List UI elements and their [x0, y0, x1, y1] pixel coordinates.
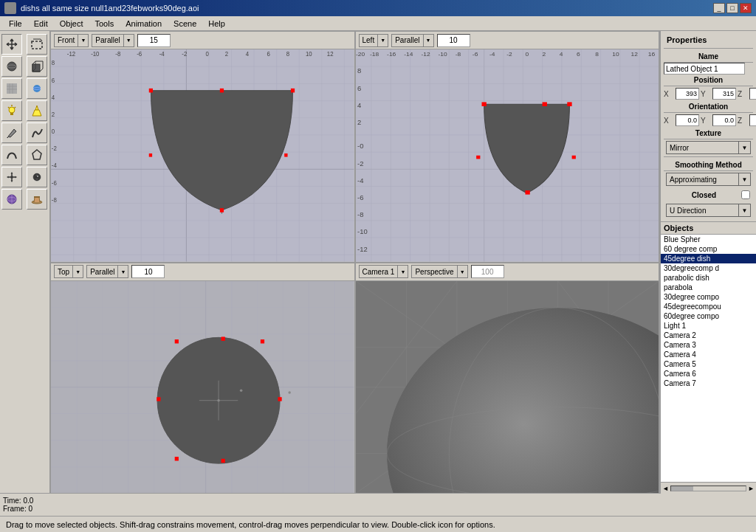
svg-rect-82 — [220, 89, 224, 93]
scroll-right-btn[interactable]: ► — [748, 485, 755, 492]
tool-sphere[interactable] — [1, 56, 22, 77]
scale-camera-input[interactable] — [471, 265, 504, 278]
ori-z-label: Z — [738, 117, 748, 125]
svg-rect-178 — [221, 458, 225, 462]
proj-camera-select[interactable]: Perspective ▼ — [411, 265, 467, 278]
viewport-front-canvas[interactable]: 8 6 4 2 0 -2 -4 -6 -8 -12 -10 -8 — [51, 49, 354, 262]
object-item-4[interactable]: parabolic dish — [661, 273, 756, 283]
object-item-8[interactable]: 60degree compo — [661, 311, 756, 321]
tool-move[interactable] — [1, 34, 22, 55]
scrollbar-thumb[interactable] — [671, 486, 693, 491]
ori-z-input[interactable] — [749, 114, 756, 126]
tool-move-point[interactable] — [1, 167, 22, 187]
tool-curve[interactable] — [27, 122, 47, 143]
name-input[interactable] — [664, 63, 745, 75]
scale-left-input[interactable] — [437, 34, 470, 47]
viewport-top-canvas[interactable] — [51, 281, 354, 494]
objects-list[interactable]: Blue Spher60 degree comp45degree dish30d… — [661, 235, 756, 482]
left-grid: -20 -18 -16 -14 -12 -10 -8 -6 -4 -2 0 2 … — [356, 49, 659, 262]
tool-light-spot[interactable] — [27, 100, 47, 121]
viewport-left-canvas[interactable]: -20 -18 -16 -14 -12 -10 -8 -6 -4 -2 0 2 … — [356, 49, 659, 262]
menu-scene[interactable]: Scene — [168, 18, 202, 30]
tool-globe[interactable] — [1, 189, 22, 210]
texture-dropdown[interactable]: Mirror ▼ — [666, 141, 751, 154]
pos-y-input[interactable] — [712, 88, 736, 100]
view-left-select[interactable]: Left ▼ — [359, 34, 389, 47]
scroll-left-btn[interactable]: ◄ — [662, 485, 669, 492]
closed-checkbox[interactable] — [741, 190, 750, 199]
tool-cube[interactable] — [27, 56, 47, 77]
tool-eye[interactable] — [27, 167, 47, 187]
object-item-15[interactable]: Camera 7 — [661, 379, 756, 388]
svg-text:2: 2 — [357, 120, 361, 126]
view-camera-select[interactable]: Camera 1 ▼ — [359, 265, 409, 278]
window-controls[interactable]: _ □ ✕ — [713, 3, 752, 13]
svg-text:-8: -8 — [455, 52, 461, 58]
object-item-5[interactable]: parabola — [661, 283, 756, 292]
svg-text:6: 6 — [267, 51, 271, 58]
object-item-13[interactable]: Camera 5 — [661, 359, 756, 369]
object-item-1[interactable]: 60 degree comp — [661, 244, 756, 254]
maximize-button[interactable]: □ — [726, 3, 738, 13]
tool-paint[interactable] — [27, 78, 47, 99]
tool-hat[interactable] — [27, 189, 47, 210]
svg-rect-147 — [525, 190, 529, 195]
object-item-7[interactable]: 45degreecompou — [661, 302, 756, 311]
minimize-button[interactable]: _ — [713, 3, 725, 13]
svg-text:-10: -10 — [357, 229, 368, 235]
viewport-left: Left ▼ Parallel ▼ — [355, 31, 660, 263]
close-button[interactable]: ✕ — [740, 3, 752, 13]
svg-rect-7 — [7, 83, 17, 94]
tool-pen[interactable] — [1, 122, 22, 143]
tool-light-point[interactable] — [1, 100, 22, 121]
pos-z-input[interactable] — [749, 88, 756, 100]
menu-help[interactable]: Help — [202, 18, 231, 30]
status-message: Drag to move selected objects. Shift-dra… — [6, 520, 495, 529]
menu-object[interactable]: Object — [54, 18, 89, 30]
menu-tools[interactable]: Tools — [89, 18, 120, 30]
tool-spline[interactable] — [1, 145, 22, 165]
svg-text:-6: -6 — [137, 51, 142, 58]
proj-top-select[interactable]: Parallel ▼ — [86, 265, 128, 278]
tool-select-box[interactable] — [27, 34, 47, 55]
object-item-9[interactable]: Light 1 — [661, 321, 756, 331]
svg-line-18 — [8, 107, 10, 108]
svg-text:0: 0 — [52, 128, 55, 135]
view-top-select[interactable]: Top ▼ — [54, 265, 83, 278]
object-item-11[interactable]: Camera 3 — [661, 340, 756, 350]
tool-polygon[interactable] — [27, 145, 47, 165]
scale-top-input[interactable] — [131, 265, 165, 278]
scrollbar-track[interactable] — [670, 486, 746, 491]
viewport-top: Top ▼ Parallel ▼ — [50, 263, 355, 494]
tool-texture[interactable] — [1, 78, 22, 99]
svg-rect-176 — [157, 397, 160, 401]
object-item-0[interactable]: Blue Spher — [661, 235, 756, 244]
svg-rect-182 — [261, 339, 264, 343]
svg-text:4: 4 — [52, 94, 55, 100]
main-area: Front ▼ Parallel ▼ — [0, 31, 756, 494]
viewport-camera-canvas[interactable] — [356, 281, 659, 494]
object-item-14[interactable]: Camera 6 — [661, 369, 756, 379]
objects-scrollbar[interactable]: ◄ ► — [661, 482, 756, 494]
ori-x-input[interactable] — [676, 114, 699, 126]
menu-animation[interactable]: Animation — [120, 18, 168, 30]
object-item-10[interactable]: Camera 2 — [661, 331, 756, 340]
object-item-3[interactable]: 30degreecomp d — [661, 263, 756, 273]
svg-text:12: 12 — [327, 51, 334, 58]
object-item-12[interactable]: Camera 4 — [661, 350, 756, 359]
ori-y-input[interactable] — [712, 114, 736, 126]
scale-front-input[interactable] — [137, 34, 171, 47]
proj-front-select[interactable]: Parallel ▼ — [92, 34, 134, 47]
proj-left-select[interactable]: Parallel ▼ — [391, 34, 433, 47]
smoothing-dropdown[interactable]: Approximating ▼ — [666, 173, 751, 186]
svg-text:-12: -12 — [421, 52, 430, 58]
object-item-2[interactable]: 45degree dish — [661, 254, 756, 263]
pos-x-input[interactable] — [676, 88, 699, 100]
direction-dropdown[interactable]: U Direction ▼ — [666, 204, 751, 217]
menu-file[interactable]: File — [3, 18, 28, 30]
view-front-select[interactable]: Front ▼ — [54, 34, 89, 47]
svg-text:6: 6 — [576, 52, 580, 58]
object-item-6[interactable]: 30degree compo — [661, 292, 756, 302]
menu-edit[interactable]: Edit — [28, 18, 54, 30]
svg-text:-12: -12 — [67, 51, 76, 58]
